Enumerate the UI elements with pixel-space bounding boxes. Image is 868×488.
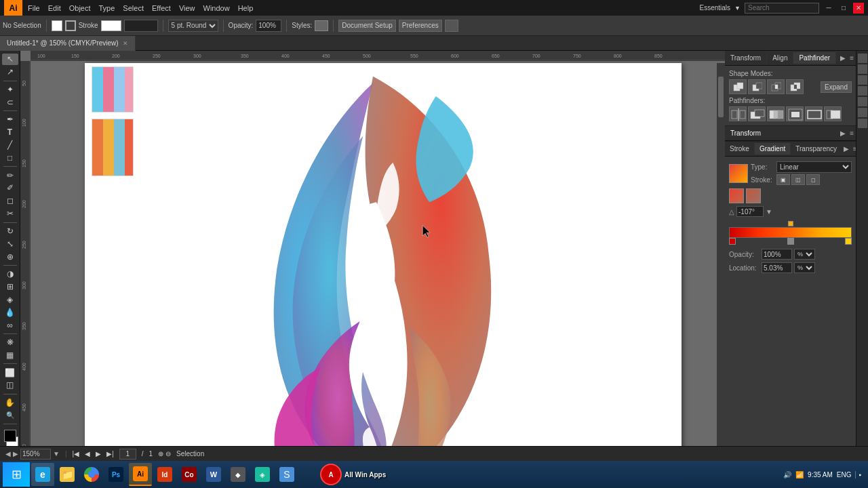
artboard-tool-button[interactable]: ⬜ <box>2 367 18 378</box>
scale-tool-button[interactable]: ⤡ <box>2 238 18 249</box>
taskbar-illustrator[interactable]: Ai <box>129 463 152 486</box>
expand-button[interactable]: Expand <box>821 81 852 93</box>
panel-menu-icon[interactable]: ≡ <box>848 52 856 64</box>
gradient-stop-mid[interactable] <box>787 238 794 245</box>
pf-outline[interactable] <box>805 106 823 121</box>
next-artboard-btn[interactable]: ▶ <box>96 450 101 458</box>
hand-tool-button[interactable]: ✋ <box>2 397 18 409</box>
tab-transform[interactable]: Transform <box>725 52 767 64</box>
gradient-color-bar[interactable] <box>729 227 852 238</box>
symbol-tool-button[interactable]: ❋ <box>2 337 18 348</box>
swatch-thumbnail-1[interactable] <box>92 66 134 113</box>
paint-bucket-tool-button[interactable]: ◈ <box>2 293 18 305</box>
far-right-btn-2[interactable] <box>858 64 867 74</box>
tab-pathfinder[interactable]: Pathfinder <box>793 52 836 64</box>
gradient-tab[interactable]: Gradient <box>755 143 791 155</box>
navigate-controls[interactable]: ⊕ ⊖ <box>158 450 171 458</box>
lasso-tool-button[interactable]: ⊂ <box>2 96 18 108</box>
start-button[interactable]: ⊞ <box>3 462 30 487</box>
last-artboard-btn[interactable]: ▶| <box>106 450 114 458</box>
first-artboard-btn[interactable]: |◀ <box>73 450 80 458</box>
gradient-preview-box[interactable] <box>729 164 748 183</box>
gradient-tool-button[interactable]: ◑ <box>2 268 18 280</box>
angle-dropdown[interactable]: ▼ <box>766 208 772 216</box>
selection-tool-button[interactable]: ↖ <box>2 54 18 65</box>
eraser-tool-button[interactable]: ◻ <box>2 195 18 207</box>
magic-wand-tool-button[interactable]: ✦ <box>2 83 18 95</box>
warp-tool-button[interactable]: ⊕ <box>2 251 18 262</box>
far-right-btn-7[interactable] <box>858 119 867 128</box>
panel-toggle-button[interactable] <box>445 20 458 32</box>
opacity-input[interactable] <box>256 20 281 32</box>
pf-minus-back[interactable] <box>824 106 842 121</box>
prev-artboard-btn[interactable]: ◀ <box>85 450 90 458</box>
transform-panel-tab[interactable]: Transform <box>725 127 766 139</box>
zoom-input[interactable] <box>20 449 51 460</box>
panel-expand-icon[interactable]: ▶ <box>838 52 848 64</box>
graph-tool-button[interactable]: ▦ <box>2 350 18 361</box>
rotate-tool-button[interactable]: ↻ <box>2 225 18 237</box>
gradient-type-select[interactable]: Linear Radial <box>776 161 852 173</box>
close-button[interactable]: ✕ <box>853 3 864 14</box>
flame-artwork[interactable] <box>220 70 526 473</box>
maximize-button[interactable]: □ <box>838 3 849 14</box>
far-right-btn-5[interactable] <box>858 97 867 106</box>
menu-file[interactable]: File <box>28 4 40 12</box>
gradient-opacity-select[interactable]: % <box>794 249 815 260</box>
document-tab-active[interactable]: Untitled-1* @ 150% (CMYK/Preview) ✕ <box>0 36 136 51</box>
pf-merge[interactable] <box>767 106 785 121</box>
pf-trim[interactable] <box>748 106 766 121</box>
taskbar-word[interactable]: W <box>202 463 225 486</box>
foreground-color[interactable] <box>4 430 16 442</box>
styles-swatch[interactable] <box>315 20 328 31</box>
gradient-location-input[interactable] <box>762 262 792 273</box>
stroke-color-box[interactable] <box>65 20 76 31</box>
stroke-swatch[interactable] <box>101 20 121 31</box>
scissors-tool-button[interactable]: ✂ <box>2 208 18 220</box>
line-tool-button[interactable]: ╱ <box>2 140 18 151</box>
sg-expand-icon[interactable]: ▶ <box>842 143 851 155</box>
taskbar-chrome[interactable] <box>80 463 103 486</box>
artboard-number-input[interactable] <box>119 449 136 460</box>
gradient-opacity-input[interactable] <box>762 249 792 260</box>
zoom-tool-button[interactable]: 🔍 <box>2 410 18 422</box>
menu-effect[interactable]: Effect <box>152 4 171 12</box>
menu-help[interactable]: Help <box>238 4 254 12</box>
gradient-angle-input[interactable] <box>736 206 764 217</box>
gradient-stop-left[interactable] <box>729 238 736 245</box>
shape-mode-unite[interactable] <box>729 79 747 94</box>
gradient-stop-right[interactable] <box>845 238 852 245</box>
far-right-btn-4[interactable] <box>858 86 867 96</box>
blend-tool-button[interactable]: ∞ <box>2 319 18 331</box>
shape-mode-exclude[interactable] <box>786 79 804 94</box>
gradient-location-select[interactable]: % <box>794 262 815 273</box>
gradient-top-stop[interactable] <box>788 221 793 226</box>
fill-color-box[interactable] <box>52 20 62 31</box>
taskbar-app2[interactable]: ◆ <box>226 463 250 486</box>
stroke-icon-2[interactable]: ◫ <box>791 174 805 185</box>
menu-select[interactable]: Select <box>123 4 144 12</box>
menu-view[interactable]: View <box>179 4 195 12</box>
gradient-swatch-right[interactable] <box>746 188 761 203</box>
pencil-tool-button[interactable]: ✐ <box>2 182 18 194</box>
menu-object[interactable]: Object <box>69 4 91 12</box>
far-right-btn-3[interactable] <box>858 75 867 85</box>
preferences-button[interactable]: Preferences <box>399 20 442 32</box>
vertical-scrollbar[interactable] <box>717 63 725 465</box>
far-right-btn-6[interactable] <box>858 108 867 117</box>
rect-tool-button[interactable]: □ <box>2 152 18 164</box>
taskbar-indesign[interactable]: Id <box>153 463 176 486</box>
taskbar-app4[interactable]: S <box>275 463 298 486</box>
stroke-icon-3[interactable]: ◻ <box>806 174 820 185</box>
clock-display[interactable]: 9:35 AM <box>808 471 833 479</box>
search-input[interactable] <box>745 3 819 14</box>
transform-panel-expand[interactable]: ▶ <box>838 127 848 139</box>
workspace-dropdown-icon[interactable]: ▼ <box>734 5 741 12</box>
swatch-thumbnail-2[interactable] <box>92 119 134 176</box>
zoom-out-btn[interactable]: ◀ <box>5 450 11 458</box>
taskbar-photoshop[interactable]: Ps <box>104 463 127 486</box>
transform-panel-menu[interactable]: ≡ <box>848 127 856 139</box>
gradient-swatch-left[interactable] <box>729 188 744 203</box>
stroke-width-select[interactable]: 5 pt. Round <box>168 20 218 32</box>
stroke-icon-1[interactable]: ▣ <box>776 174 790 185</box>
